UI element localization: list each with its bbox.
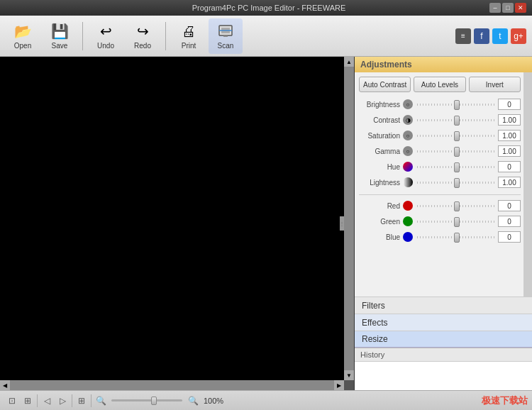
saturation-label: Saturation [359, 132, 403, 140]
open-icon: 📂 [13, 22, 32, 40]
status-bar: ⊡ ⊞ ◁ ▷ ⊞ 🔍 🔍 100% [0, 390, 532, 410]
saturation-track[interactable] [417, 135, 496, 137]
menu-icon[interactable]: ≡ [455, 28, 471, 44]
gamma-track[interactable] [417, 150, 496, 153]
adjustments-content: Auto Contrast Auto Levels Invert Brightn… [355, 72, 532, 250]
hue-value: 0 [498, 161, 521, 172]
scroll-right-button[interactable]: ▶ [334, 380, 344, 390]
scroll-up-button[interactable]: ▲ [344, 57, 354, 67]
scroll-left-button[interactable]: ◀ [0, 380, 10, 390]
toolbar-print[interactable]: 🖨 Print [172, 18, 206, 54]
toolbar-redo[interactable]: ↪ Redo [126, 18, 160, 54]
invert-button[interactable]: Invert [469, 77, 521, 92]
red-track[interactable] [417, 205, 496, 207]
zoom-out-icon[interactable]: 🔍 [94, 394, 107, 407]
minimize-button[interactable]: – [489, 3, 501, 13]
contrast-label: Contrast [359, 116, 403, 124]
window-title: Program4Pc PC Image Editor - FREEWARE [192, 4, 346, 12]
toolbar-open[interactable]: 📂 Open [6, 18, 40, 54]
facebook-icon[interactable]: f [474, 28, 489, 44]
scan-label: Scan [218, 42, 234, 50]
panel-tabs: Filters Effects Resize [355, 297, 532, 348]
canvas-scroll-v[interactable]: ▲ ▼ [344, 57, 354, 380]
canvas-area[interactable]: ▲ ▼ ◀ ▶ ⋮ [0, 57, 355, 390]
contrast-thumb[interactable] [454, 116, 460, 126]
panel-resize-grip[interactable]: ⋮ [340, 216, 344, 231]
effects-label: Effects [362, 318, 387, 328]
auto-contrast-button[interactable]: Auto Contrast [359, 77, 411, 92]
effects-tab[interactable]: Effects [355, 314, 532, 331]
saturation-thumb[interactable] [454, 131, 460, 141]
watermark: 极速下载站 [482, 394, 528, 407]
brightness-row: Brightness ○ 0 [359, 98, 521, 111]
brightness-icon: ○ [403, 99, 413, 109]
scroll-v-thumb[interactable] [344, 67, 354, 370]
adjustments-title: Adjustments [360, 60, 412, 70]
status-tools: ⊡ ⊞ ◁ ▷ ⊞ 🔍 [6, 394, 107, 407]
googleplus-icon[interactable]: g+ [511, 28, 526, 44]
social-icons: ≡ f t g+ [455, 28, 526, 44]
blue-thumb[interactable] [454, 233, 460, 243]
green-thumb[interactable] [454, 217, 460, 227]
print-label: Print [182, 42, 196, 50]
contrast-icon: ◑ [403, 115, 413, 125]
blue-track[interactable] [417, 236, 496, 238]
hue-icon [403, 162, 413, 172]
contrast-value: 1.00 [498, 114, 521, 126]
contrast-track[interactable] [417, 119, 496, 121]
undo-icon: ↩ [96, 22, 115, 40]
green-icon [403, 216, 413, 226]
grid-icon[interactable]: ⊞ [75, 394, 88, 407]
red-label: Red [359, 202, 403, 210]
red-value: 0 [498, 200, 521, 211]
brightness-thumb[interactable] [454, 100, 460, 110]
zoom-value: 100% [204, 397, 223, 405]
color-section: Red 0 Green [359, 194, 521, 243]
close-button[interactable]: ✕ [515, 3, 526, 13]
green-label: Green [359, 218, 403, 226]
canvas-content [0, 57, 344, 380]
green-track[interactable] [417, 221, 496, 223]
hue-track[interactable] [417, 166, 496, 168]
zoom-fit-icon[interactable]: ⊡ [6, 394, 18, 407]
redo-label: Redo [134, 42, 151, 50]
gamma-thumb[interactable] [454, 147, 460, 157]
auto-buttons-row: Auto Contrast Auto Levels Invert [359, 77, 521, 92]
status-sep-1 [37, 394, 38, 407]
title-bar: Program4Pc PC Image Editor - FREEWARE – … [0, 0, 532, 16]
twitter-icon[interactable]: t [492, 28, 508, 44]
toolbar-undo[interactable]: ↩ Undo [89, 18, 123, 54]
window-controls: – □ ✕ [489, 3, 526, 13]
auto-levels-button[interactable]: Auto Levels [414, 77, 465, 92]
resize-label: Resize [362, 334, 388, 344]
lightness-track[interactable] [417, 182, 496, 184]
zoom-slider[interactable] [111, 399, 182, 401]
gamma-label: Gamma [359, 148, 403, 155]
toolbar-scan[interactable]: Scan [209, 18, 243, 54]
zoom-track[interactable] [111, 399, 182, 401]
lightness-thumb[interactable] [454, 178, 460, 188]
toolbar-save[interactable]: 💾 Save [43, 18, 77, 54]
saturation-value: 1.00 [498, 130, 521, 141]
filters-tab[interactable]: Filters [355, 297, 532, 314]
adjustments-scrollbar[interactable] [523, 72, 532, 297]
brightness-track[interactable] [417, 104, 496, 106]
red-row: Red 0 [359, 199, 521, 212]
zoom-in-icon[interactable]: 🔍 [187, 394, 199, 407]
scroll-down-button[interactable]: ▼ [344, 370, 354, 380]
maximize-button[interactable]: □ [502, 3, 514, 13]
blue-row: Blue 0 [359, 231, 521, 243]
red-thumb[interactable] [454, 201, 460, 211]
lightness-row: Lightness 1.00 [359, 176, 521, 189]
save-icon: 💾 [50, 22, 69, 40]
scan-icon [216, 22, 235, 40]
hue-thumb[interactable] [454, 162, 460, 172]
next-icon[interactable]: ▷ [56, 394, 69, 407]
zoom-actual-icon[interactable]: ⊞ [21, 394, 34, 407]
resize-tab[interactable]: Resize [355, 331, 532, 348]
saturation-icon: ○ [403, 131, 413, 140]
prev-icon[interactable]: ◁ [40, 394, 53, 407]
zoom-thumb[interactable] [151, 397, 157, 405]
canvas-scroll-h[interactable]: ◀ ▶ [0, 380, 344, 390]
red-icon [403, 201, 413, 211]
